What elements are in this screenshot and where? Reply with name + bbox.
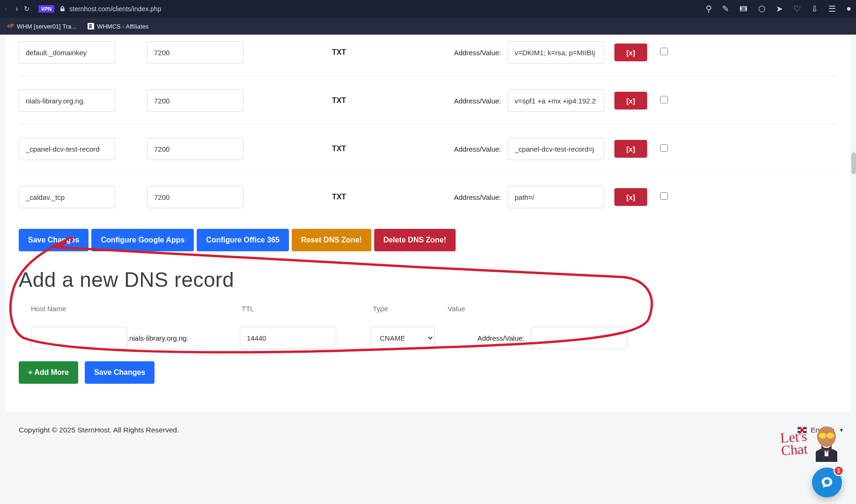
- tab-whm[interactable]: cP WHM [server01] Tra...: [3, 21, 81, 32]
- hdr-host: Host Name: [31, 305, 242, 313]
- scrollbar-thumb[interactable]: [851, 153, 856, 174]
- dns-host-input[interactable]: [19, 138, 115, 160]
- dns-delete-button[interactable]: [x]: [614, 44, 647, 61]
- language-label: English: [811, 426, 834, 434]
- browser-toolbar-icons: ⚲ ✎ 📷︎ ⬡ ➤ ♡ ⇩ ☰ ●: [706, 4, 851, 14]
- dns-delete-button[interactable]: [x]: [614, 92, 647, 110]
- dns-value-input[interactable]: [508, 89, 604, 112]
- configure-google-button[interactable]: Configure Google Apps: [91, 229, 194, 251]
- svg-point-4: [824, 479, 829, 484]
- browser-chrome: ‹ › ↻ VPN 🔒︎ sternhost.com/clients/index…: [0, 0, 856, 18]
- svg-rect-3: [825, 451, 828, 456]
- dns-row-checkbox[interactable]: [660, 96, 668, 103]
- dns-delete-button[interactable]: [x]: [614, 188, 647, 206]
- dns-type: TXT: [278, 96, 400, 105]
- dns-row-checkbox[interactable]: [660, 192, 668, 200]
- language-selector[interactable]: English: [797, 426, 843, 434]
- add-ttl-input[interactable]: [240, 327, 336, 349]
- chat-badge: 1: [834, 466, 844, 476]
- dns-actions: Save Changes Configure Google Apps Confi…: [19, 220, 837, 256]
- page: TXT Address/Value: [x] TXT Address/Value…: [0, 35, 856, 504]
- dns-delete-button[interactable]: [x]: [614, 140, 647, 158]
- dns-ttl-input[interactable]: [147, 138, 244, 160]
- download-icon[interactable]: ⇩: [811, 4, 818, 14]
- add-type-select[interactable]: CNAME: [371, 327, 435, 349]
- hdr-value: Value: [448, 305, 541, 313]
- add-more-button[interactable]: + Add More: [19, 361, 78, 384]
- add-record-title: Add a new DNS record: [19, 268, 837, 292]
- dns-value-input[interactable]: [508, 186, 604, 208]
- add-host-suffix: .nials-library.org.ng.: [127, 334, 240, 342]
- nav-back-icon[interactable]: ‹: [5, 5, 7, 13]
- hdr-ttl: TTL: [242, 305, 373, 313]
- chat-bubble-icon: [820, 475, 834, 489]
- dns-row: TXT Address/Value: [x]: [19, 35, 837, 76]
- dns-value-input[interactable]: [508, 138, 604, 160]
- dns-value-label: Address/Value:: [400, 145, 508, 153]
- lock-icon: 🔒︎: [59, 5, 66, 13]
- nav-arrows: ‹ ›: [5, 5, 18, 13]
- url-text[interactable]: sternhost.com/clients/index.php: [69, 5, 706, 13]
- tab-label: WHMCS - Affiliates: [97, 23, 148, 30]
- heart-icon[interactable]: ♡: [793, 4, 801, 14]
- content-panel: TXT Address/Value: [x] TXT Address/Value…: [6, 35, 850, 412]
- reload-icon[interactable]: ↻: [24, 5, 30, 13]
- dns-row: TXT Address/Value: [x]: [19, 173, 837, 220]
- whm-favicon-icon: cP: [7, 23, 14, 29]
- dns-row-checkbox[interactable]: [660, 144, 668, 152]
- dns-ttl-input[interactable]: [147, 89, 244, 112]
- add-actions: + Add More Save Changes: [19, 358, 837, 398]
- profile-icon[interactable]: ●: [846, 4, 851, 14]
- dns-type: TXT: [278, 48, 400, 57]
- tab-strip: cP WHM [server01] Tra... WHMCS - Affilia…: [0, 18, 856, 35]
- dns-host-input[interactable]: [19, 186, 115, 208]
- dns-value-input[interactable]: [508, 41, 604, 64]
- add-host-input[interactable]: [31, 327, 127, 349]
- save-changes-button[interactable]: Save Changes: [19, 229, 89, 251]
- camera-icon[interactable]: 📷︎: [739, 4, 748, 14]
- dns-value-label: Address/Value:: [400, 97, 508, 105]
- add-value-label: Address/Value:: [435, 334, 531, 342]
- add-record-row: .nials-library.org.ng. CNAME Address/Val…: [19, 315, 837, 358]
- reset-dns-button[interactable]: Reset DNS Zone!: [292, 229, 371, 251]
- dns-ttl-input[interactable]: [147, 186, 244, 208]
- tab-whmcs[interactable]: WHMCS - Affiliates: [83, 21, 153, 32]
- footer: Copyright © 2025 SternHost. All Rights R…: [0, 412, 856, 439]
- dns-row-checkbox[interactable]: [660, 48, 668, 55]
- dns-host-input[interactable]: [19, 89, 115, 112]
- shield-icon[interactable]: ⬡: [758, 4, 766, 14]
- list-icon[interactable]: ☰: [828, 4, 836, 14]
- uk-flag-icon: [797, 427, 807, 433]
- chat-launcher-button[interactable]: 1: [812, 467, 842, 497]
- edit-icon[interactable]: ✎: [722, 4, 729, 14]
- dns-type: TXT: [278, 145, 400, 153]
- tab-label: WHM [server01] Tra...: [17, 23, 76, 30]
- add-value-input[interactable]: [531, 327, 627, 349]
- hdr-type: Type: [373, 305, 448, 313]
- nav-forward-icon[interactable]: ›: [15, 5, 18, 13]
- dns-row: TXT Address/Value: [x]: [19, 76, 837, 124]
- dns-host-input[interactable]: [19, 41, 115, 64]
- dns-value-label: Address/Value:: [400, 49, 508, 57]
- dns-ttl-input[interactable]: [147, 41, 244, 64]
- dns-row: TXT Address/Value: [x]: [19, 124, 837, 173]
- delete-dns-button[interactable]: Delete DNS Zone!: [374, 229, 456, 251]
- search-icon[interactable]: ⚲: [706, 4, 712, 14]
- send-icon[interactable]: ➤: [776, 4, 783, 14]
- save-changes-button[interactable]: Save Changes: [85, 361, 155, 384]
- configure-o365-button[interactable]: Configure Office 365: [197, 229, 288, 251]
- dns-value-label: Address/Value:: [400, 193, 508, 201]
- vpn-badge[interactable]: VPN: [38, 5, 55, 13]
- doc-favicon-icon: [88, 23, 94, 29]
- copyright-text: Copyright © 2025 SternHost. All Rights R…: [19, 426, 179, 434]
- add-headers: Host Name TTL Type Value: [19, 300, 837, 315]
- dns-type: TXT: [278, 193, 400, 201]
